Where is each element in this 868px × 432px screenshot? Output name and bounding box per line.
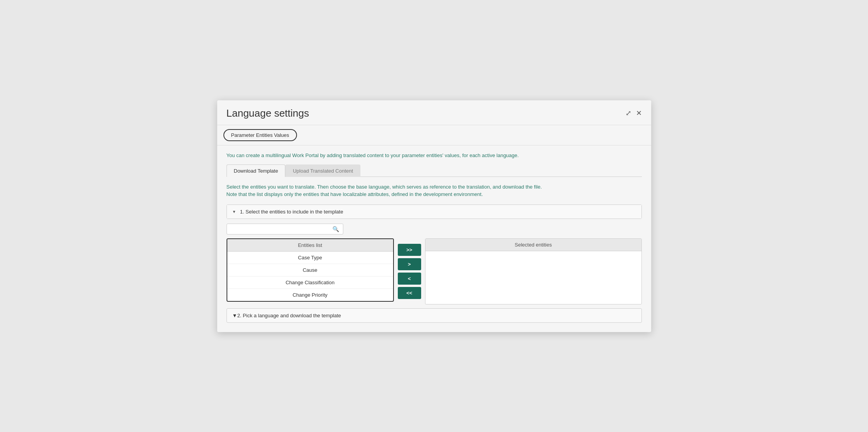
- language-settings-modal: Language settings ⤢ ✕ Parameter Entities…: [217, 100, 651, 332]
- transfer-container: Entities list Case Type Cause Change Cla…: [227, 238, 642, 304]
- collapsible-section-1: ▼ 1. Select the entities to include in t…: [227, 205, 642, 219]
- entities-list-header: Entities list: [227, 239, 393, 252]
- add-one-button[interactable]: >: [398, 258, 421, 270]
- close-icon[interactable]: ✕: [636, 110, 642, 117]
- selected-entities-box: Selected entities: [425, 238, 642, 304]
- search-box[interactable]: 🔍: [227, 224, 343, 234]
- tab-download-template[interactable]: Download Template: [227, 164, 286, 177]
- search-row: 🔍: [227, 224, 642, 234]
- tab-upload-translated-content[interactable]: Upload Translated Content: [285, 164, 360, 177]
- modal-body: You can create a multilingual Work Porta…: [217, 145, 651, 332]
- collapsible-section-2: ▼ 2. Pick a language and download the te…: [227, 308, 642, 323]
- inner-tabs: Download Template Upload Translated Cont…: [227, 164, 642, 177]
- section-description: Select the entities you want to translat…: [227, 183, 642, 198]
- info-text: You can create a multilingual Work Porta…: [227, 152, 642, 158]
- add-all-button[interactable]: >>: [398, 244, 421, 256]
- search-input[interactable]: [231, 226, 332, 232]
- transfer-buttons: >> > < <<: [398, 244, 421, 299]
- collapse-arrow-2-icon: ▼: [232, 313, 237, 318]
- remove-all-button[interactable]: <<: [398, 287, 421, 299]
- search-icon: 🔍: [332, 226, 339, 232]
- list-item[interactable]: Change Priority: [227, 289, 393, 301]
- collapsible-header-1[interactable]: ▼ 1. Select the entities to include in t…: [227, 205, 641, 219]
- collapsible-header-2[interactable]: ▼ 2. Pick a language and download the te…: [227, 309, 641, 322]
- header-actions: ⤢ ✕: [626, 110, 642, 117]
- list-item[interactable]: Case Type: [227, 252, 393, 264]
- modal-title: Language settings: [227, 107, 309, 119]
- remove-one-button[interactable]: <: [398, 273, 421, 285]
- list-item[interactable]: Change Classification: [227, 276, 393, 289]
- collapse-arrow-icon: ▼: [232, 210, 236, 214]
- selected-entities-header: Selected entities: [425, 239, 641, 251]
- tab-parameter-entities-values[interactable]: Parameter Entities Values: [223, 129, 297, 141]
- modal-tabs-row: Parameter Entities Values: [217, 125, 651, 145]
- expand-icon[interactable]: ⤢: [626, 110, 631, 117]
- entities-list-box: Entities list Case Type Cause Change Cla…: [227, 238, 394, 302]
- modal-header: Language settings ⤢ ✕: [217, 100, 651, 125]
- list-item[interactable]: Cause: [227, 264, 393, 276]
